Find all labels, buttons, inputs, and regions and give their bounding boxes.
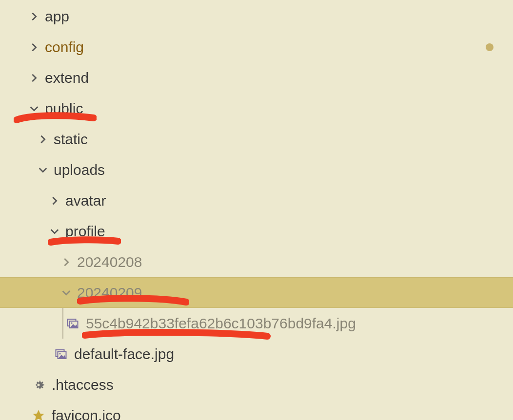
chevron-right-icon xyxy=(27,40,41,54)
tree-item-public[interactable]: public xyxy=(0,93,513,124)
svg-point-6 xyxy=(37,383,39,386)
chevron-right-icon xyxy=(48,194,61,208)
image-file-icon xyxy=(65,316,80,331)
tree-item-label: static xyxy=(54,132,88,147)
svg-point-2 xyxy=(71,322,72,324)
gear-icon xyxy=(31,378,46,392)
tree-item-label: 20240208 xyxy=(77,255,142,269)
tree-item-default-face[interactable]: default-face.jpg xyxy=(0,339,513,369)
tree-item-htaccess[interactable]: .htaccess xyxy=(0,369,513,400)
svg-point-5 xyxy=(59,353,60,354)
tree-item-uploads[interactable]: uploads xyxy=(0,154,513,185)
chevron-down-icon xyxy=(27,102,41,115)
tree-item-20240209[interactable]: 20240209 xyxy=(0,277,513,308)
chevron-right-icon xyxy=(27,71,41,85)
tree-item-static[interactable]: static xyxy=(0,124,513,154)
modified-indicator-icon xyxy=(486,43,493,51)
tree-item-label: public xyxy=(45,101,83,116)
chevron-down-icon xyxy=(48,225,61,238)
tree-item-label: 55c4b942b33fefa62b6c103b76bd9fa4.jpg xyxy=(86,316,356,331)
tree-item-label: 20240209 xyxy=(77,286,142,300)
chevron-right-icon xyxy=(59,255,73,269)
tree-item-avatar[interactable]: avatar xyxy=(0,185,513,216)
tree-item-label: profile xyxy=(65,224,105,239)
star-icon xyxy=(31,408,46,420)
tree-item-favicon[interactable]: favicon.ico xyxy=(0,400,513,420)
chevron-down-icon xyxy=(36,163,50,177)
chevron-down-icon xyxy=(59,286,73,300)
tree-item-label: favicon.ico xyxy=(52,408,121,420)
tree-item-label: config xyxy=(45,40,84,55)
tree-item-profile[interactable]: profile xyxy=(0,216,513,247)
tree-item-label: extend xyxy=(45,71,89,85)
tree-item-label: app xyxy=(45,9,69,24)
chevron-right-icon xyxy=(27,10,41,23)
tree-item-extend[interactable]: extend xyxy=(0,62,513,93)
tree-item-label: avatar xyxy=(65,193,106,208)
tree-guide-line xyxy=(62,308,63,339)
tree-item-config[interactable]: config xyxy=(0,32,513,62)
tree-item-label: uploads xyxy=(54,163,105,177)
tree-item-label: .htaccess xyxy=(52,378,114,392)
tree-item-label: default-face.jpg xyxy=(74,347,174,362)
tree-item-hashfile[interactable]: 55c4b942b33fefa62b6c103b76bd9fa4.jpg xyxy=(0,308,513,339)
chevron-right-icon xyxy=(36,133,50,146)
image-file-icon xyxy=(54,347,68,362)
tree-item-app[interactable]: app xyxy=(0,1,513,32)
file-tree[interactable]: app config extend public static uploads xyxy=(0,0,513,420)
tree-item-20240208[interactable]: 20240208 xyxy=(0,247,513,277)
